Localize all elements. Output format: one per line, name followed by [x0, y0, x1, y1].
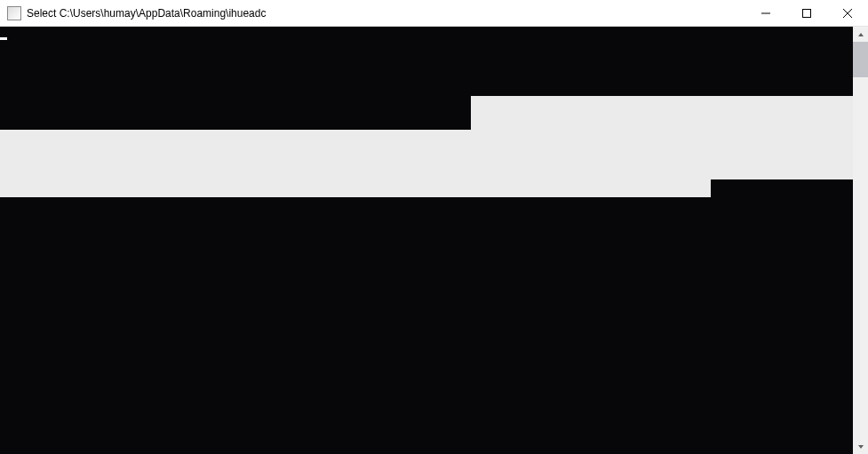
close-icon — [843, 9, 852, 18]
chevron-down-icon — [857, 443, 864, 450]
console-output[interactable] — [0, 27, 853, 454]
text-selection — [0, 130, 853, 179]
scroll-thumb[interactable] — [853, 42, 868, 77]
client-area — [0, 27, 868, 454]
maximize-button[interactable] — [786, 0, 827, 26]
close-button[interactable] — [827, 0, 868, 26]
minimize-button[interactable] — [745, 0, 786, 26]
window-controls — [745, 0, 868, 26]
minimize-icon — [761, 9, 770, 18]
scroll-down-button[interactable] — [853, 439, 868, 454]
window-title: Select C:\Users\humay\AppData\Roaming\ih… — [27, 7, 745, 20]
vertical-scrollbar[interactable] — [853, 27, 868, 454]
svg-rect-1 — [803, 9, 811, 17]
svg-marker-5 — [858, 445, 864, 449]
scroll-track[interactable] — [853, 42, 868, 439]
text-cursor — [0, 37, 7, 40]
window-titlebar: Select C:\Users\humay\AppData\Roaming\ih… — [0, 0, 868, 27]
app-icon — [7, 6, 21, 20]
maximize-icon — [802, 9, 811, 18]
text-selection — [471, 96, 853, 133]
svg-marker-4 — [858, 33, 864, 36]
chevron-up-icon — [857, 31, 864, 38]
scroll-up-button[interactable] — [853, 27, 868, 42]
text-selection — [0, 179, 711, 197]
